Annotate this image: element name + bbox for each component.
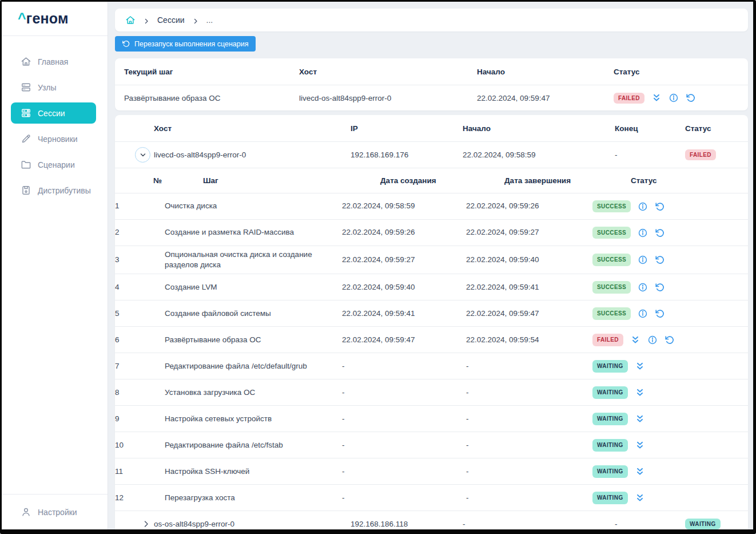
step-name: Опциональная очистка диска и создание ра…	[165, 250, 342, 270]
status-badge: WAITING	[592, 439, 628, 452]
step-number: 5	[115, 308, 165, 319]
step-number: 10	[115, 440, 165, 450]
expand-details-icon[interactable]	[635, 361, 645, 371]
expand-details-icon[interactable]	[635, 493, 645, 503]
col-host: Хост	[299, 68, 477, 76]
restart-step-icon[interactable]	[655, 255, 665, 265]
col-end: Конец	[615, 124, 685, 133]
sidebar-item-sessions[interactable]: Сессии	[11, 102, 96, 124]
folder-icon	[21, 159, 31, 170]
info-icon[interactable]	[638, 282, 648, 292]
sidebar-item-home[interactable]: Главная	[11, 51, 96, 72]
expand-host-icon[interactable]	[142, 520, 150, 528]
step-finished: 22.02.2024, 09:59:54	[466, 335, 592, 345]
restart-step-icon[interactable]	[686, 93, 696, 103]
sidebar-item-scenarios[interactable]: Сценарии	[11, 154, 96, 175]
step-number: 4	[115, 282, 165, 292]
info-icon[interactable]	[638, 255, 648, 265]
steps-table: № Шаг Дата создания Дата завершения Стат…	[115, 168, 748, 511]
home-icon[interactable]	[125, 15, 136, 25]
restart-step-icon[interactable]	[655, 201, 665, 212]
step-row: 3 Опциональная очистка диска и создание …	[115, 246, 748, 274]
logo-caret: ^	[18, 10, 26, 26]
sidebar-item-distributives[interactable]: Дистрибутивы	[11, 180, 96, 201]
info-icon[interactable]	[638, 308, 648, 319]
step-finished: 22.02.2024, 09:59:41	[466, 282, 592, 292]
step-created: 22.02.2024, 09:59:27	[342, 255, 466, 265]
step-number: 1	[115, 201, 165, 211]
host-row-livecd[interactable]: livecd-os-alt84spp9-error-0 192.168.169.…	[115, 141, 748, 168]
sidebar-item-label: Черновики	[38, 135, 78, 144]
home-icon	[21, 56, 31, 67]
step-finished: 22.02.2024, 09:59:27	[466, 227, 592, 238]
restart-step-icon[interactable]	[665, 335, 675, 345]
step-finished: -	[466, 493, 592, 503]
expand-details-icon[interactable]	[635, 414, 645, 424]
sidebar-item-nodes[interactable]: Узлы	[11, 77, 96, 98]
step-name: Редактирование файла /etc/fstab	[165, 440, 342, 450]
info-icon[interactable]	[638, 201, 648, 212]
col-host: Хост	[154, 124, 351, 133]
col-status: Статус	[631, 176, 748, 185]
chevron-right-icon	[143, 17, 150, 23]
servers-icon	[21, 82, 31, 93]
step-row: 8 Установка загрузчика ОС - - WAITING	[115, 379, 748, 405]
expand-details-icon[interactable]	[630, 335, 640, 345]
host-row-os[interactable]: os-os-alt84spp9-error-0 192.168.186.118 …	[115, 511, 748, 529]
expand-details-icon[interactable]	[635, 466, 645, 477]
expand-details-icon[interactable]	[635, 440, 645, 450]
breadcrumb-current: ...	[206, 15, 213, 25]
step-name: Создание и разметка RAID-массива	[165, 227, 342, 238]
info-icon[interactable]	[638, 228, 648, 238]
col-start: Начало	[463, 124, 615, 133]
step-row: 12 Перезагрузка хоста - - WAITING	[115, 484, 748, 511]
restart-step-icon[interactable]	[655, 282, 665, 292]
step-name: Развёртывание образа ОС	[165, 335, 342, 345]
step-created: -	[342, 361, 466, 371]
info-icon[interactable]	[669, 93, 679, 103]
step-row: 6 Развёртывание образа ОС 22.02.2024, 09…	[115, 326, 748, 353]
step-name: Редактирование файла /etc/default/grub	[165, 361, 342, 371]
restart-step-icon[interactable]	[655, 228, 665, 238]
step-name: Настройка сетевых устройств	[165, 414, 342, 424]
expand-details-icon[interactable]	[635, 387, 645, 398]
status-badge: WAITING	[685, 519, 721, 529]
step-number: 6	[115, 335, 165, 345]
sidebar-item-label: Настройки	[38, 508, 77, 517]
step-number: 9	[115, 414, 165, 424]
step-row: 7 Редактирование файла /etc/default/grub…	[115, 353, 748, 379]
info-icon[interactable]	[647, 335, 658, 345]
collapse-host-icon[interactable]	[135, 147, 150, 163]
expand-details-icon[interactable]	[651, 93, 662, 103]
restart-step-icon[interactable]	[655, 308, 665, 319]
sidebar-item-label: Сессии	[38, 109, 65, 118]
sidebar-item-drafts[interactable]: Черновики	[11, 128, 96, 149]
step-row: 9 Настройка сетевых устройств - - WAITIN…	[115, 405, 748, 432]
sidebar: ^геном Главная Узлы Сессии	[2, 2, 108, 529]
status-badge: SUCCESS	[592, 254, 631, 266]
status-badge: SUCCESS	[592, 227, 631, 239]
host-name: livecd-os-alt84spp9-error-0	[154, 151, 351, 159]
step-row: 2 Создание и разметка RAID-массива 22.02…	[115, 219, 748, 246]
status-badge: WAITING	[592, 492, 628, 504]
step-created: 22.02.2024, 09:59:47	[342, 335, 466, 345]
sidebar-item-label: Главная	[38, 57, 68, 66]
step-number: 7	[115, 361, 165, 371]
sidebar-item-settings[interactable]: Настройки	[2, 494, 108, 529]
hosts-table: Хост IP Начало Конец Статус livecd-os-al…	[115, 115, 748, 529]
restart-scenario-button[interactable]: Перезапуск выполнения сценария	[115, 36, 256, 52]
step-created: 22.02.2024, 09:59:41	[342, 308, 466, 319]
step-row: 4 Создание LVM 22.02.2024, 09:59:40 22.0…	[115, 274, 748, 300]
step-row: 11 Настройка SSH-ключей - - WAITING	[115, 458, 748, 484]
step-number: 11	[115, 466, 165, 477]
step-finished: -	[466, 466, 592, 477]
step-created: 22.02.2024, 09:59:26	[342, 227, 466, 238]
step-name: Создание файловой системы	[165, 308, 342, 319]
host-name: os-os-alt84spp9-error-0	[154, 520, 351, 528]
step-created: -	[342, 414, 466, 424]
step-finished: 22.02.2024, 09:59:40	[466, 255, 592, 265]
step-row: 1 Очистка диска 22.02.2024, 09:58:59 22.…	[115, 193, 748, 219]
breadcrumb-sessions[interactable]: Сессии	[157, 15, 185, 25]
col-status: Статус	[685, 124, 748, 133]
current-step-table: Текущий шаг Хост Начало Статус Развёртыв…	[115, 58, 748, 110]
